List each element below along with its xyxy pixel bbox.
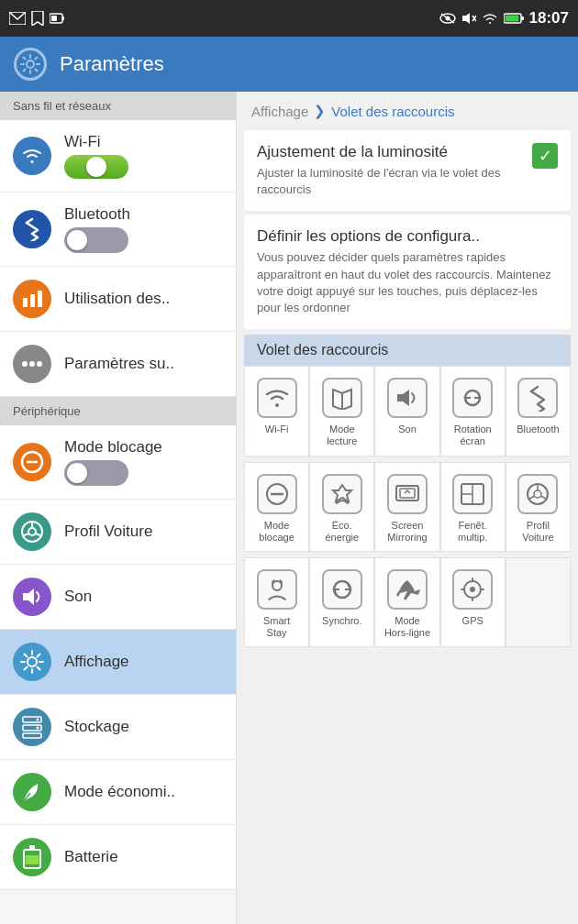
svg-line-27	[35, 534, 40, 535]
settings-gear-icon	[14, 48, 47, 81]
chart-icon	[13, 280, 51, 318]
svg-point-33	[37, 719, 39, 721]
shortcuts-grid-row2: Modeblocage Éco.énergie ScreenMirroring	[244, 462, 571, 552]
shortcut-mode-blocage[interactable]: Modeblocage	[244, 462, 309, 552]
svg-marker-40	[397, 390, 409, 406]
shortcut-mode-lecture-label: Mode lecture	[314, 424, 370, 447]
shortcut-mirror-icon	[387, 474, 428, 514]
svg-rect-16	[30, 294, 35, 307]
svg-line-26	[24, 534, 29, 535]
section-header-wireless: Sans fil et réseaux	[0, 92, 236, 120]
card-options-desc: Vous pouvez décider quels paramètres rap…	[257, 249, 558, 316]
shortcut-eco-label: Éco.énergie	[325, 520, 359, 544]
card-luminosite[interactable]: Ajustement de la luminosité Ajuster la l…	[244, 130, 571, 211]
shortcut-mode-blocage-label: Modeblocage	[259, 520, 295, 544]
svg-point-19	[29, 361, 35, 367]
breadcrumb-parent[interactable]: Affichage	[251, 104, 308, 119]
mode-blocage-toggle-area: Mode blocage	[64, 438, 162, 486]
sidebar-item-utilisation[interactable]: Utilisation des..	[0, 267, 236, 332]
sidebar-item-bluetooth[interactable]: Bluetooth	[0, 192, 236, 267]
mode-blocage-toggle[interactable]	[64, 460, 128, 486]
svg-line-53	[540, 496, 546, 499]
shortcut-profil-label: ProfilVoiture	[522, 520, 553, 544]
svg-point-56	[470, 587, 475, 592]
shortcut-gps-icon	[452, 569, 493, 610]
shortcut-screen-mirroring[interactable]: ScreenMirroring	[374, 462, 439, 552]
sidebar-item-batterie[interactable]: Batterie	[0, 825, 236, 890]
wifi-icon	[13, 137, 51, 175]
wifi-label: Wi-Fi	[64, 133, 128, 151]
mode-eco-label: Mode économi..	[64, 783, 223, 801]
shortcut-bluetooth[interactable]: Bluetooth	[506, 366, 571, 456]
svg-point-18	[22, 361, 28, 367]
svg-rect-15	[23, 298, 28, 307]
content-area: Affichage ❯ Volet des raccourcis Ajustem…	[237, 92, 578, 924]
shortcut-mirror-label: ScreenMirroring	[387, 520, 427, 544]
sidebar-item-wifi[interactable]: Wi-Fi	[0, 120, 236, 192]
shortcut-empty	[506, 557, 571, 647]
battery-alt-icon	[50, 13, 64, 24]
clock: 18:07	[529, 9, 569, 28]
sidebar: Sans fil et réseaux Wi-Fi Bluetooth	[0, 92, 237, 924]
shortcut-fenetre-multi[interactable]: Fenêt.multip.	[440, 462, 506, 552]
shortcut-wifi[interactable]: Wi-Fi	[244, 366, 309, 456]
shortcut-bluetooth-icon	[517, 378, 558, 418]
breadcrumb: Affichage ❯ Volet des raccourcis	[237, 92, 578, 126]
sidebar-item-parametres-su[interactable]: Paramètres su..	[0, 332, 236, 397]
card-luminosite-text: Ajustement de la luminosité Ajuster la l…	[257, 143, 523, 198]
shortcut-hors-ligne[interactable]: ModeHors-ligne	[374, 557, 439, 647]
svg-point-20	[37, 361, 42, 367]
svg-rect-38	[26, 855, 39, 864]
shortcut-smart-stay-icon	[257, 569, 297, 610]
shortcut-profil-voiture[interactable]: ProfilVoiture	[506, 462, 571, 552]
svg-point-50	[534, 490, 541, 498]
shortcut-bluetooth-label: Bluetooth	[517, 424, 559, 435]
shortcut-gps-label: GPS	[462, 615, 484, 627]
shortcut-fenetre-label: Fenêt.multip.	[458, 520, 487, 544]
svg-rect-11	[521, 16, 524, 20]
speaker-icon	[13, 578, 51, 616]
sidebar-item-son[interactable]: Son	[0, 565, 236, 630]
luminosite-checkmark[interactable]: ✓	[532, 143, 558, 169]
sidebar-item-mode-eco[interactable]: Mode économi..	[0, 760, 236, 825]
svg-point-13	[27, 60, 34, 68]
shortcut-gps[interactable]: GPS	[440, 557, 506, 647]
shortcut-rotation[interactable]: Rotationécran	[440, 366, 506, 456]
shortcut-synchro[interactable]: Synchro.	[309, 557, 374, 647]
shortcut-sync-icon	[322, 569, 362, 610]
sidebar-item-mode-blocage[interactable]: Mode blocage	[0, 425, 236, 500]
card-options-config[interactable]: Définir les options de configura.. Vous …	[244, 214, 571, 329]
shortcut-mode-lecture[interactable]: Mode lecture	[309, 366, 374, 456]
card-luminosite-content: Ajustement de la luminosité Ajuster la l…	[257, 143, 558, 198]
mail-icon	[9, 12, 26, 25]
steering-icon	[13, 512, 51, 551]
sidebar-item-stockage[interactable]: Stockage	[0, 695, 236, 760]
sidebar-item-profil-voiture[interactable]: Profil Voiture	[0, 500, 236, 565]
shortcut-son[interactable]: Son	[374, 366, 439, 456]
mode-blocage-label: Mode blocage	[64, 438, 162, 456]
bluetooth-toggle[interactable]	[64, 227, 128, 253]
svg-point-34	[37, 727, 39, 730]
shortcut-son-label: Son	[398, 424, 417, 435]
dots-icon	[13, 345, 51, 383]
breadcrumb-chevron: ❯	[314, 103, 326, 119]
svg-point-29	[28, 657, 37, 666]
main-layout: Sans fil et réseaux Wi-Fi Bluetooth	[0, 92, 578, 924]
sidebar-item-affichage[interactable]: Affichage	[0, 630, 236, 695]
minus-circle-icon	[13, 443, 51, 481]
shortcut-airplane-icon	[387, 569, 428, 610]
shortcut-mode-lecture-icon	[322, 378, 362, 418]
wifi-toggle[interactable]	[64, 155, 128, 179]
parametres-su-label: Paramètres su..	[64, 355, 223, 373]
shortcut-smart-stay[interactable]: SmartStay	[244, 557, 309, 647]
shortcut-hors-ligne-label: ModeHors-ligne	[384, 615, 430, 639]
shortcut-eco-energie[interactable]: Éco.énergie	[309, 462, 374, 552]
batterie-label: Batterie	[64, 848, 223, 866]
card-luminosite-desc: Ajuster la luminosité de l'écran via le …	[257, 165, 523, 198]
svg-rect-37	[29, 845, 35, 850]
battery-status-icon	[504, 13, 524, 24]
svg-marker-28	[23, 588, 34, 605]
svg-rect-2	[62, 16, 64, 20]
status-bar: 18:07	[0, 0, 578, 37]
shortcut-wifi-icon	[257, 378, 297, 418]
